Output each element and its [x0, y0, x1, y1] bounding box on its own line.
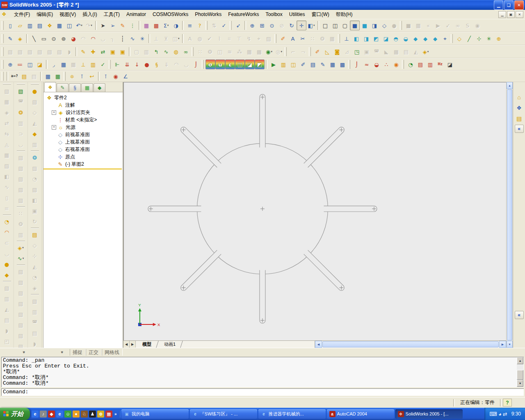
import-motion-loads-icon[interactable]: ◔	[406, 59, 415, 69]
excel-design-table-icon[interactable]: ▦	[53, 71, 63, 81]
dropdown-arrow-icon[interactable]: ▾	[91, 24, 92, 27]
task-button-autocad[interactable]: aAutoCAD 2004	[327, 409, 394, 419]
internet-explorer-icon[interactable]: e	[32, 411, 39, 418]
menu-item-3[interactable]: 视图(V)	[56, 10, 79, 19]
horizontal-scroll-thumb[interactable]	[322, 341, 499, 347]
bottom-view-icon[interactable]: ◒	[401, 34, 411, 43]
command-input[interactable]: Command:	[1, 388, 524, 396]
select-icon[interactable]: ➤	[98, 21, 108, 30]
mate-reference-icon[interactable]: ⊕	[494, 34, 504, 43]
section-view-icon[interactable]: ◧▾	[306, 21, 316, 30]
perimeter-circle-icon[interactable]: ⊚	[59, 34, 68, 43]
probe-results-icon[interactable]: ✐	[298, 59, 308, 69]
print-preview-icon[interactable]: ◫	[64, 21, 74, 30]
scroll-left-icon[interactable]: ◀	[315, 341, 322, 348]
isometric-view-icon[interactable]: ◆	[411, 34, 420, 43]
color-swatch-icon[interactable]: ▦	[142, 21, 151, 30]
expand-box-icon[interactable]: +	[52, 110, 56, 115]
right-view-icon[interactable]: ◪	[381, 34, 391, 43]
trend-graph-icon[interactable]: ∠	[121, 71, 130, 81]
toggle-2[interactable]: 正交	[86, 349, 102, 356]
mdi-close-icon[interactable]: ✕	[516, 11, 523, 18]
top-view-icon[interactable]: ◓	[391, 34, 401, 43]
run-analysis-icon[interactable]: ▶	[269, 59, 278, 69]
temperature-load-icon[interactable]: ⌡	[191, 59, 201, 69]
open-document-icon[interactable]: ▱	[15, 21, 25, 30]
create-mesh-icon[interactable]: ▦	[59, 59, 68, 69]
command-scroll-up-icon[interactable]: ▲	[517, 357, 523, 364]
sketch-canvas[interactable]: YX	[123, 82, 506, 341]
dropdown-arrow-icon[interactable]: ▾	[178, 37, 180, 40]
menu-item-12[interactable]: 窗口(W)	[308, 10, 332, 19]
helix-icon[interactable]: ∞	[181, 47, 191, 57]
qq-icon[interactable]: ♟	[89, 411, 96, 418]
task-button-internet-explorer[interactable]: e推进器学机械的...	[258, 409, 326, 419]
tree-item[interactable]: +☼光源	[52, 123, 122, 131]
reference-point-icon[interactable]: ✳	[484, 34, 494, 43]
rollback-bar[interactable]	[43, 169, 122, 169]
mdi-restore-icon[interactable]: ▣	[507, 11, 515, 18]
menu-item-5[interactable]: 工具(T)	[100, 10, 123, 19]
design-calculator-icon[interactable]: ▤	[19, 71, 29, 81]
tree-item[interactable]: ◇右视基准面	[52, 146, 122, 153]
menu-item-9[interactable]: FeatureWorks	[225, 10, 262, 19]
menu-item-10[interactable]: Toolbox	[262, 10, 285, 19]
mdi-minimize-icon[interactable]: ▁	[498, 11, 506, 18]
menu-item-6[interactable]: Animator	[123, 10, 149, 19]
tree-item[interactable]: ❖零件2	[46, 94, 122, 101]
menu-item-4[interactable]: 插入(I)	[79, 10, 100, 19]
task-pane-collapse-button[interactable]: «	[515, 125, 524, 133]
smart-dimension-icon[interactable]: ◈	[15, 34, 25, 43]
circle-icon[interactable]: ⊙	[49, 34, 59, 43]
centerline-icon[interactable]: ┆	[118, 34, 128, 43]
dropdown-arrow-icon[interactable]: ▾	[167, 24, 169, 27]
list-stress-icon[interactable]: ▤	[308, 59, 318, 69]
gold-coin-icon[interactable]: ●	[30, 86, 40, 96]
tree-item[interactable]: ◇前视基准面	[52, 131, 122, 138]
helix-tool-icon[interactable]: ∿▾	[16, 253, 26, 263]
insert-mold-folder-icon[interactable]: ◈▾	[421, 47, 431, 57]
task-button-solidworks[interactable]: ❖SolidWorks 2005 - [...	[395, 409, 463, 419]
parting-lines-icon[interactable]: ◺	[322, 47, 332, 57]
vertical-scroll-thumb[interactable]	[507, 89, 512, 340]
feature-statistics-icon[interactable]: ≡	[185, 21, 195, 30]
zoom-to-fit-icon[interactable]: ⊕	[247, 21, 257, 30]
featuremanager-tab[interactable]: ❖	[44, 82, 56, 92]
contact-set-icon[interactable]: ▥	[88, 59, 98, 69]
keyboard-tray-icon[interactable]: ⌨	[489, 411, 497, 417]
menu-item-7[interactable]: COSMOSWorks	[149, 10, 192, 19]
reference-plane-icon[interactable]: ◇	[454, 34, 464, 43]
pressure-load-icon[interactable]: ⇊	[122, 59, 132, 69]
sketch-color-icon[interactable]: ✎	[118, 21, 128, 30]
edit-sketch-icon[interactable]: ✎	[78, 47, 88, 57]
front-view-icon[interactable]: ◧	[352, 34, 361, 43]
rectangle-icon[interactable]: ▭	[39, 34, 49, 43]
shaded-with-edges-icon[interactable]: ■	[350, 21, 360, 30]
options-icon[interactable]: ✓	[219, 21, 229, 30]
back-view-icon[interactable]: ◨	[361, 34, 371, 43]
dimetric-view-icon[interactable]: ◆	[430, 34, 440, 43]
paste-entities-icon[interactable]: ▣	[118, 47, 128, 57]
thermal-plot-icon[interactable]: ◪	[245, 59, 255, 69]
thermometer-icon[interactable]: ⌡	[352, 59, 362, 69]
shaded-icon[interactable]: ■	[360, 21, 370, 30]
make-drawing-from-part-icon[interactable]: ▤	[35, 21, 45, 30]
offset-entities-icon[interactable]: ∿	[161, 47, 171, 57]
gold-badge-icon[interactable]: ◆	[30, 129, 40, 139]
messenger-icon[interactable]: ☺	[64, 411, 71, 418]
restraints-icon[interactable]: ⊩	[112, 59, 122, 69]
cosmos-report-icon[interactable]: ▩	[338, 59, 347, 69]
texture-icon[interactable]: ▩	[151, 21, 161, 30]
make-assembly-from-part-icon[interactable]: ❖	[45, 21, 55, 30]
hidden-lines-visible-icon[interactable]: ◫	[330, 21, 340, 30]
edit-appearance-icon[interactable]: ⋮	[128, 21, 137, 30]
menu-item-11[interactable]: Utilities	[286, 10, 308, 19]
shell-mesh-icon[interactable]: ◞	[49, 59, 59, 69]
dropdown-arrow-icon[interactable]: ▾	[427, 50, 429, 53]
rotate-view-icon[interactable]: ↻	[287, 21, 297, 30]
solidworks-qlaunch-icon[interactable]: ◆	[48, 411, 55, 418]
dropdown-arrow-icon[interactable]: ▾	[313, 24, 315, 27]
toolbar-overflow-chevron-icon[interactable]: »	[21, 349, 27, 356]
stress-plot-icon[interactable]: σ	[205, 59, 215, 69]
resources-icon[interactable]: ❖	[515, 103, 524, 112]
